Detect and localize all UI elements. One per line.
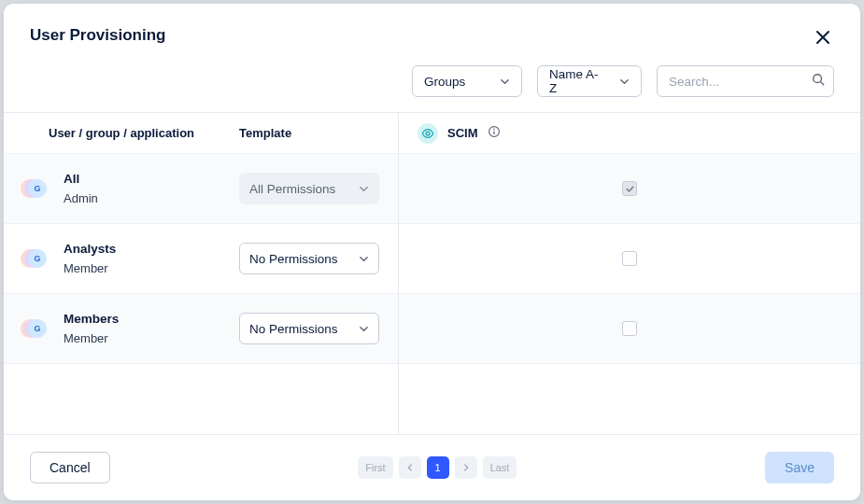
right-panel: SCIM [399,113,860,434]
filters-row: Groups Name A-Z [4,49,860,112]
group-name: Analysts [64,242,239,256]
template-select-label: No Permissions [249,322,338,336]
template-select[interactable]: No Permissions [239,243,379,274]
group-avatar-icon: G [24,247,47,270]
column-header-name: User / group / application [49,126,194,140]
left-panel: User / group / application Template G Al… [4,113,399,434]
group-name: Members [64,312,239,326]
scim-checkbox [622,181,637,196]
save-button[interactable]: Save [765,452,834,483]
chevron-left-icon [405,463,415,472]
scim-cell [399,224,860,294]
group-info: Analysts Member [64,242,239,275]
modal-footer: Cancel First 1 Last Save [4,434,860,500]
group-role: Member [64,261,239,275]
group-avatar-icon: G [24,177,47,200]
group-role: Admin [64,191,239,205]
svg-point-3 [493,128,495,130]
scope-select-label: Groups [424,75,465,89]
pagination-prev-button[interactable] [399,456,421,479]
chevron-right-icon [461,463,471,472]
template-select: All Permissions [239,173,379,204]
user-provisioning-modal: User Provisioning Groups Name A-Z User /… [4,4,860,500]
scim-cell [399,294,860,364]
pagination-last-button[interactable]: Last [483,456,517,479]
scim-cell [399,154,860,224]
scim-checkbox[interactable] [622,321,637,336]
chevron-down-icon [359,254,369,264]
close-icon [814,28,832,47]
template-select[interactable]: No Permissions [239,313,379,344]
search-input[interactable] [657,65,834,97]
group-row: G All Admin All Permissions [4,154,398,224]
scim-checkbox[interactable] [622,251,637,266]
scope-select[interactable]: Groups [412,65,522,97]
info-icon[interactable] [488,125,501,142]
pagination-first-button[interactable]: First [358,456,392,479]
sort-select-label: Name A-Z [549,67,602,95]
group-name: All [64,172,239,186]
scim-icon [418,123,438,144]
group-row: G Members Member No Permissions [4,294,398,364]
close-button[interactable] [812,26,834,49]
chevron-down-icon [359,324,369,334]
left-header-row: User / group / application Template [4,113,398,154]
pagination-current-page[interactable]: 1 [427,456,449,479]
template-select-label: All Permissions [249,182,335,196]
chevron-down-icon [619,77,630,87]
search-icon [812,73,825,90]
group-row: G Analysts Member No Permissions [4,224,398,294]
svg-point-1 [426,132,430,135]
sort-select[interactable]: Name A-Z [537,65,642,97]
cancel-button[interactable]: Cancel [30,452,110,483]
chevron-down-icon [359,184,369,194]
modal-title: User Provisioning [30,26,165,45]
search-wrap [657,65,834,97]
pagination: First 1 Last [358,456,517,479]
group-info: Members Member [64,312,239,345]
modal-header: User Provisioning [4,4,860,49]
column-header-scim: SCIM [447,126,478,140]
group-avatar-icon: G [24,317,47,340]
svg-rect-4 [493,131,494,134]
title-row: User Provisioning [30,26,834,49]
pagination-next-button[interactable] [455,456,477,479]
group-info: All Admin [64,172,239,205]
chevron-down-icon [500,77,510,87]
content-area: User / group / application Template G Al… [4,113,860,434]
group-role: Member [64,331,239,345]
column-header-template: Template [239,126,379,140]
right-header-row: SCIM [399,113,860,154]
template-select-label: No Permissions [249,252,338,266]
